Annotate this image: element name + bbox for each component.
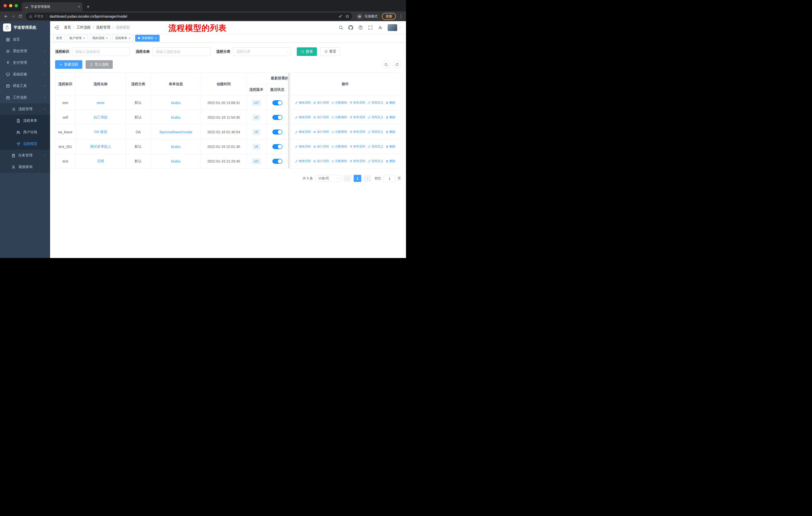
process-definition-link[interactable]: 流程定义 [368, 159, 383, 163]
active-toggle[interactable] [272, 144, 283, 149]
breadcrumb-item[interactable]: 工作流程 [77, 25, 91, 30]
publish-process-link[interactable]: 发布流程 [349, 144, 365, 148]
process-definition-link[interactable]: 流程定义 [368, 101, 383, 105]
publish-process-link[interactable]: 发布流程 [349, 159, 365, 163]
current-page-button[interactable]: 1 [354, 175, 361, 182]
assign-rule-link[interactable]: 分配规则 [331, 159, 347, 163]
sidebar-item-workflow[interactable]: 工作流程 [0, 92, 50, 103]
user-menu[interactable] [388, 24, 402, 31]
publish-process-link[interactable]: 发布流程 [349, 130, 365, 134]
new-tab-button[interactable]: + [85, 3, 92, 10]
prev-page-button[interactable] [344, 175, 351, 182]
delete-process-link[interactable]: 删除 [386, 144, 396, 148]
process-name-link[interactable]: 滔博 [97, 159, 104, 163]
import-process-button[interactable]: 导入流程 [86, 60, 113, 69]
active-toggle[interactable] [272, 159, 283, 164]
active-toggle[interactable] [272, 130, 283, 135]
sidebar-item-home[interactable]: 首页 [0, 34, 50, 45]
modify-process-link[interactable]: 修改流程 [295, 159, 311, 163]
tag-home[interactable]: 首页 [53, 35, 65, 42]
form-info-link[interactable]: biubiu [171, 159, 180, 163]
key-icon[interactable] [337, 13, 344, 20]
delete-process-link[interactable]: 删除 [386, 159, 396, 163]
modify-process-link[interactable]: 修改流程 [295, 115, 311, 119]
browser-update-button[interactable]: 更新 [382, 13, 396, 20]
show-search-button[interactable] [382, 60, 390, 69]
tag-process-model-active[interactable]: 流程模型 × [135, 35, 160, 42]
process-name-link[interactable]: 测试多审批人 [90, 144, 111, 148]
modify-process-link[interactable]: 修改流程 [295, 101, 311, 105]
process-id-input[interactable] [72, 47, 130, 56]
tag-tenant[interactable]: 租户管理 × [67, 35, 88, 42]
close-icon[interactable]: × [106, 36, 108, 40]
version-badge[interactable]: v5 [253, 129, 260, 135]
version-badge[interactable]: v21 [252, 159, 261, 164]
tab-close-icon[interactable]: × [78, 5, 80, 9]
version-badge[interactable]: v17 [252, 100, 261, 106]
assign-rule-link[interactable]: 分配规则 [331, 130, 347, 134]
active-toggle[interactable] [272, 100, 283, 105]
process-name-input[interactable] [152, 47, 210, 56]
delete-process-link[interactable]: 删除 [386, 130, 396, 134]
active-toggle[interactable] [272, 115, 283, 120]
browser-tab[interactable]: 芋道管理系统 × [22, 2, 83, 11]
delete-process-link[interactable]: 删除 [386, 115, 396, 119]
create-process-button[interactable]: 新建流程 [55, 60, 82, 69]
sidebar-item-task-mgmt[interactable]: 任务管理 [0, 150, 50, 161]
maximize-window-button[interactable] [14, 4, 18, 7]
form-info-link[interactable]: /bpm/oa/leave/create [159, 130, 192, 134]
sidebar-item-system[interactable]: 系统管理 [0, 45, 50, 57]
sidebar-item-infrastructure[interactable]: 基础设施 [0, 69, 50, 80]
minimize-window-button[interactable] [9, 4, 12, 7]
sidebar-item-devtools[interactable]: 研发工具 [0, 80, 50, 92]
search-icon[interactable] [339, 25, 343, 30]
sidebar-item-payment[interactable]: ¥ 支付管理 [0, 57, 50, 69]
sidebar-toggle-icon[interactable] [54, 25, 59, 30]
close-icon[interactable]: × [128, 36, 130, 40]
search-button[interactable]: 搜索 [297, 47, 317, 56]
design-process-link[interactable]: 设计流程 [313, 101, 329, 105]
security-indicator[interactable]: 不安全 [29, 14, 44, 19]
close-icon[interactable]: × [83, 36, 85, 40]
sidebar-item-process-form[interactable]: 流程表单 [0, 115, 50, 127]
url-text[interactable]: dashboard.yudao.iocoder.cn/bpm/manager/m… [50, 15, 337, 19]
process-name-link[interactable]: 自己审批 [94, 115, 108, 119]
next-page-button[interactable] [364, 175, 371, 182]
close-window-button[interactable] [3, 4, 7, 7]
process-definition-link[interactable]: 流程定义 [368, 115, 383, 119]
form-info-link[interactable]: biubiu [171, 101, 180, 105]
github-icon[interactable] [348, 25, 353, 30]
publish-process-link[interactable]: 发布流程 [349, 115, 365, 119]
address-bar[interactable]: 不安全 dashboard.yudao.iocoder.cn/bpm/manag… [26, 12, 352, 20]
tag-my-process[interactable]: 我的流程 × [90, 35, 111, 42]
version-badge[interactable]: v4 [253, 144, 260, 150]
assign-rule-link[interactable]: 分配规则 [331, 115, 347, 119]
design-process-link[interactable]: 设计流程 [313, 115, 329, 119]
sidebar-item-process-model[interactable]: 流程模型 [0, 138, 50, 150]
fullscreen-icon[interactable] [368, 25, 373, 30]
refresh-table-button[interactable] [393, 60, 401, 69]
process-name-link[interactable]: OA 请假 [94, 130, 107, 134]
category-select[interactable]: 流程分类 [233, 47, 291, 56]
sidebar-item-user-group[interactable]: 用户分组 [0, 127, 50, 138]
assign-rule-link[interactable]: 分配规则 [331, 101, 347, 105]
back-button[interactable] [2, 13, 9, 20]
forward-button[interactable] [9, 13, 17, 20]
incognito-badge[interactable]: 无痕模式 [356, 13, 378, 19]
breadcrumb-item[interactable]: 首页 [64, 25, 71, 30]
sidebar-item-leave-query[interactable]: 请假查询 [0, 161, 50, 173]
design-process-link[interactable]: 设计流程 [313, 144, 329, 148]
assign-rule-link[interactable]: 分配规则 [331, 144, 347, 148]
process-name-link[interactable]: eeee [97, 101, 105, 105]
process-definition-link[interactable]: 流程定义 [368, 144, 383, 148]
process-definition-link[interactable]: 流程定义 [368, 130, 383, 134]
reload-button[interactable] [17, 13, 24, 20]
form-info-link[interactable]: biubiu [171, 145, 180, 148]
sidebar-item-process-mgmt[interactable]: 流程管理 [0, 103, 50, 115]
version-badge[interactable]: v2 [253, 115, 260, 120]
modify-process-link[interactable]: 修改流程 [295, 144, 311, 148]
tag-process-form[interactable]: 流程表单 × [112, 35, 134, 42]
modify-process-link[interactable]: 修改流程 [295, 130, 311, 134]
help-icon[interactable] [358, 25, 363, 30]
kebab-menu-icon[interactable]: ⋮ [398, 13, 404, 19]
